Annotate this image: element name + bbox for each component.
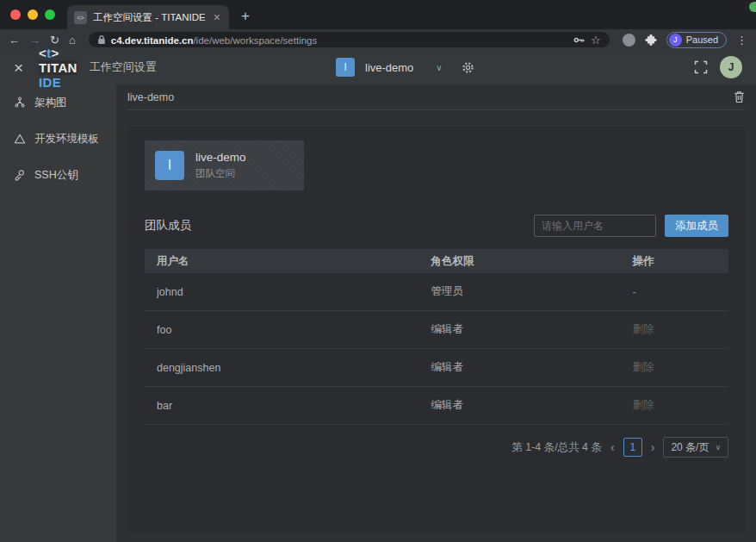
- content-header: live-demo: [127, 84, 745, 110]
- delete-member-link[interactable]: 删除: [633, 360, 717, 375]
- settings-panel: l live-demo 团队空间 团队成员 添加成员 用户名 角色权限 操作: [127, 127, 746, 533]
- url-path: /ide/web/workspace/settings: [193, 35, 317, 46]
- pagination-summary: 第 1-4 条/总共 4 条: [511, 440, 602, 455]
- cell-username: johnd: [157, 286, 431, 298]
- workspace-card-avatar: l: [155, 151, 184, 180]
- close-window-button[interactable]: [10, 9, 21, 20]
- profile-status-label: Paused: [686, 34, 718, 45]
- url-domain: c4.dev.titanide.cn: [111, 35, 194, 46]
- workspace-name: live-demo: [365, 61, 413, 74]
- cell-username: dengjianshen: [157, 362, 431, 374]
- workspace-switcher[interactable]: l live-demo ∨: [336, 50, 474, 84]
- sidebar-item-label: 开发环境模板: [34, 132, 99, 146]
- user-avatar[interactable]: J: [720, 56, 742, 78]
- table-row: johnd 管理员 -: [145, 273, 728, 311]
- app-header: × <t>TITANIDE 工作空间设置 l live-demo ∨: [0, 50, 756, 84]
- cell-username: foo: [157, 324, 431, 336]
- table-row: foo 编辑者 删除: [145, 311, 728, 349]
- template-triangle-icon: [14, 133, 26, 145]
- hierarchy-icon: [14, 97, 26, 109]
- browser-tab[interactable]: <> 工作空间设置 - TITANIDE ×: [67, 5, 229, 29]
- home-icon[interactable]: ⌂: [69, 34, 76, 46]
- main-content: live-demo l live-demo 团队空间 团队成员: [116, 84, 756, 542]
- cell-role: 管理员: [431, 284, 633, 299]
- zoom-window-button[interactable]: [45, 9, 55, 20]
- sidebar-item-ssh-key[interactable]: SSH公钥: [0, 157, 116, 193]
- window-controls: [0, 0, 67, 29]
- members-heading: 团队成员: [145, 218, 191, 234]
- column-action: 操作: [633, 254, 717, 269]
- cell-action: -: [633, 286, 717, 298]
- page-size-select[interactable]: 20 条/页 ∨: [663, 437, 728, 458]
- workspace-card-name: live-demo: [195, 151, 246, 164]
- column-role: 角色权限: [431, 254, 633, 269]
- titanide-logo: <t>TITANIDE: [39, 46, 77, 90]
- select-chevron-down-icon: ∨: [715, 443, 721, 452]
- extensions-puzzle-icon[interactable]: [645, 34, 657, 46]
- column-username: 用户名: [157, 254, 431, 269]
- cell-role: 编辑者: [431, 398, 633, 413]
- extension-badge-icon[interactable]: [623, 34, 635, 47]
- minimize-window-button[interactable]: [28, 9, 38, 20]
- bookmark-star-icon[interactable]: ☆: [591, 34, 601, 47]
- cell-role: 编辑者: [431, 322, 633, 337]
- address-bar[interactable]: c4.dev.titanide.cn/ide/web/workspace/set…: [89, 32, 610, 47]
- browser-window: <> 工作空间设置 - TITANIDE × + ← → ↻ ⌂ c4.dev.…: [0, 0, 756, 542]
- add-member-button[interactable]: 添加成员: [665, 215, 728, 237]
- tab-strip: <> 工作空间设置 - TITANIDE × +: [0, 0, 756, 29]
- sidebar-item-architecture[interactable]: 架构图: [0, 84, 116, 121]
- chevron-down-icon[interactable]: ∨: [436, 63, 442, 72]
- delete-member-link[interactable]: 删除: [633, 322, 717, 337]
- app-close-icon[interactable]: ×: [14, 59, 23, 76]
- password-key-icon[interactable]: [573, 34, 586, 47]
- previous-page-icon[interactable]: ‹: [610, 441, 615, 453]
- screen-corner-indicator: [749, 2, 756, 12]
- members-table: 用户名 角色权限 操作 johnd 管理员 - foo 编辑者 删除: [145, 249, 728, 425]
- reload-icon[interactable]: ↻: [50, 34, 59, 46]
- page-title: 工作空间设置: [90, 59, 157, 75]
- profile-avatar: J: [669, 34, 682, 47]
- sidebar: 架构图 开发环境模板 SSH公钥: [0, 84, 116, 542]
- tab-favicon-icon: <>: [74, 11, 87, 24]
- table-row: dengjianshen 编辑者 删除: [145, 349, 728, 387]
- fullscreen-icon[interactable]: [694, 60, 708, 74]
- pagination: 第 1-4 条/总共 4 条 ‹ 1 › 20 条/页 ∨: [145, 437, 728, 458]
- cell-username: bar: [157, 400, 431, 412]
- tab-close-icon[interactable]: ×: [212, 11, 222, 23]
- username-input[interactable]: [534, 215, 656, 237]
- workspace-avatar: l: [336, 58, 355, 77]
- sidebar-item-label: 架构图: [34, 96, 67, 110]
- delete-member-link[interactable]: 删除: [633, 398, 717, 413]
- forward-icon[interactable]: →: [29, 34, 40, 46]
- sidebar-item-dev-template[interactable]: 开发环境模板: [0, 121, 116, 157]
- table-row: bar 编辑者 删除: [145, 387, 728, 425]
- browser-menu-icon[interactable]: ⋮: [736, 34, 747, 47]
- lock-icon: [97, 34, 106, 45]
- current-page-button[interactable]: 1: [623, 438, 642, 457]
- back-icon[interactable]: ←: [9, 34, 20, 46]
- key-icon: [14, 169, 26, 181]
- workspace-settings-gear-icon[interactable]: [462, 61, 474, 74]
- sidebar-item-label: SSH公钥: [34, 168, 78, 183]
- delete-workspace-trash-icon[interactable]: [734, 90, 745, 103]
- browser-toolbar: ← → ↻ ⌂ c4.dev.titanide.cn/ide/web/works…: [0, 29, 756, 50]
- workspace-card: l live-demo 团队空间: [145, 140, 304, 190]
- next-page-icon[interactable]: ›: [651, 441, 655, 453]
- browser-profile-chip[interactable]: J Paused: [666, 32, 727, 48]
- breadcrumb: live-demo: [127, 91, 174, 103]
- tab-title: 工作空间设置 - TITANIDE: [93, 11, 206, 24]
- workspace-card-type: 团队空间: [195, 167, 246, 180]
- members-toolbar: 团队成员 添加成员: [145, 215, 728, 237]
- new-tab-button[interactable]: +: [241, 8, 250, 25]
- table-header-row: 用户名 角色权限 操作: [145, 249, 728, 273]
- cell-role: 编辑者: [431, 360, 633, 375]
- page-size-value: 20 条/页: [671, 440, 709, 455]
